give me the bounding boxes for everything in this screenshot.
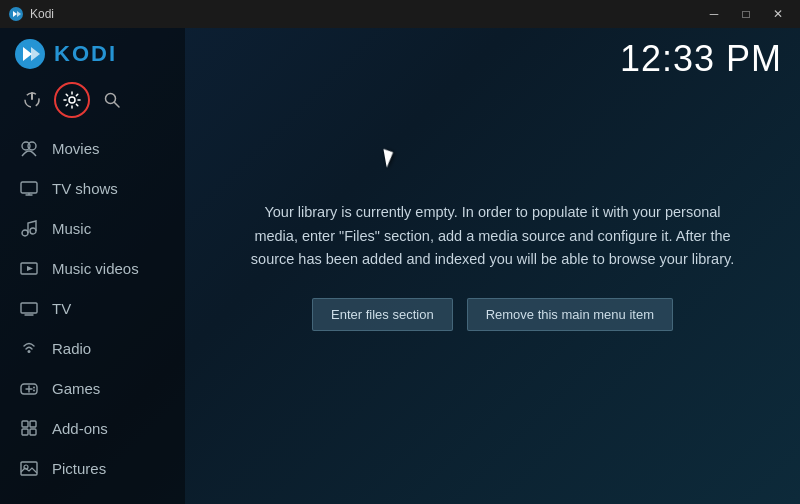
settings-button[interactable]	[54, 82, 90, 118]
logo-header: KODI	[0, 28, 185, 76]
tv-icon	[18, 297, 40, 319]
action-buttons: Enter files section Remove this main men…	[312, 298, 673, 331]
minimize-button[interactable]: ─	[700, 4, 728, 24]
pictures-label: Pictures	[52, 460, 106, 477]
sidebar-item-add-ons[interactable]: Add-ons	[0, 408, 185, 448]
power-icon	[23, 91, 41, 109]
kodi-title-icon	[8, 6, 24, 22]
sidebar-item-tv[interactable]: TV	[0, 288, 185, 328]
tv-label: TV	[52, 300, 71, 317]
search-icon	[103, 91, 121, 109]
svg-rect-28	[22, 429, 28, 435]
radio-icon	[18, 337, 40, 359]
top-controls	[0, 76, 185, 128]
svg-rect-27	[30, 421, 36, 427]
title-bar: Kodi ─ □ ✕	[0, 0, 800, 28]
kodi-logo-text: KODI	[54, 41, 117, 67]
svg-rect-11	[21, 182, 37, 193]
add-ons-label: Add-ons	[52, 420, 108, 437]
kodi-logo: KODI	[14, 38, 117, 70]
movies-icon	[18, 137, 40, 159]
svg-marker-17	[27, 266, 33, 271]
sidebar-item-radio[interactable]: Radio	[0, 328, 185, 368]
sidebar-item-tv-shows[interactable]: TV shows	[0, 168, 185, 208]
time-display: 12:33 PM	[620, 38, 782, 80]
tv-shows-label: TV shows	[52, 180, 118, 197]
nav-list: Movies TV shows	[0, 128, 185, 488]
add-ons-icon	[18, 417, 40, 439]
radio-label: Radio	[52, 340, 91, 357]
svg-rect-26	[22, 421, 28, 427]
sidebar-item-pictures[interactable]: Pictures	[0, 448, 185, 488]
empty-library-text: Your library is currently empty. In orde…	[245, 201, 740, 273]
settings-icon	[63, 91, 81, 109]
sidebar-item-music[interactable]: Music	[0, 208, 185, 248]
svg-line-8	[115, 103, 120, 108]
maximize-button[interactable]: □	[732, 4, 760, 24]
app-container: KODI	[0, 28, 800, 504]
kodi-logo-icon	[14, 38, 46, 70]
search-button[interactable]	[94, 82, 130, 118]
sidebar-item-music-videos[interactable]: Music videos	[0, 248, 185, 288]
svg-point-15	[30, 228, 36, 234]
games-label: Games	[52, 380, 100, 397]
remove-menu-item-button[interactable]: Remove this main menu item	[467, 298, 673, 331]
tv-shows-icon	[18, 177, 40, 199]
svg-point-6	[69, 97, 75, 103]
music-videos-label: Music videos	[52, 260, 139, 277]
movies-label: Movies	[52, 140, 100, 157]
sidebar: KODI	[0, 28, 185, 504]
enter-files-button[interactable]: Enter files section	[312, 298, 453, 331]
pictures-icon	[18, 457, 40, 479]
power-button[interactable]	[14, 82, 50, 118]
music-videos-icon	[18, 257, 40, 279]
main-content: 12:33 PM Your library is currently empty…	[185, 28, 800, 504]
sidebar-item-games[interactable]: Games	[0, 368, 185, 408]
music-icon	[18, 217, 40, 239]
games-icon	[18, 377, 40, 399]
svg-rect-18	[21, 303, 37, 313]
svg-point-14	[22, 230, 28, 236]
svg-point-25	[33, 390, 35, 392]
svg-point-10	[28, 142, 36, 150]
svg-rect-29	[30, 429, 36, 435]
sidebar-item-movies[interactable]: Movies	[0, 128, 185, 168]
title-bar-label: Kodi	[30, 7, 54, 21]
close-button[interactable]: ✕	[764, 4, 792, 24]
svg-rect-30	[21, 462, 37, 475]
svg-point-24	[33, 387, 35, 389]
svg-point-20	[28, 350, 31, 353]
title-bar-controls: ─ □ ✕	[700, 4, 792, 24]
title-bar-left: Kodi	[8, 6, 54, 22]
music-label: Music	[52, 220, 91, 237]
